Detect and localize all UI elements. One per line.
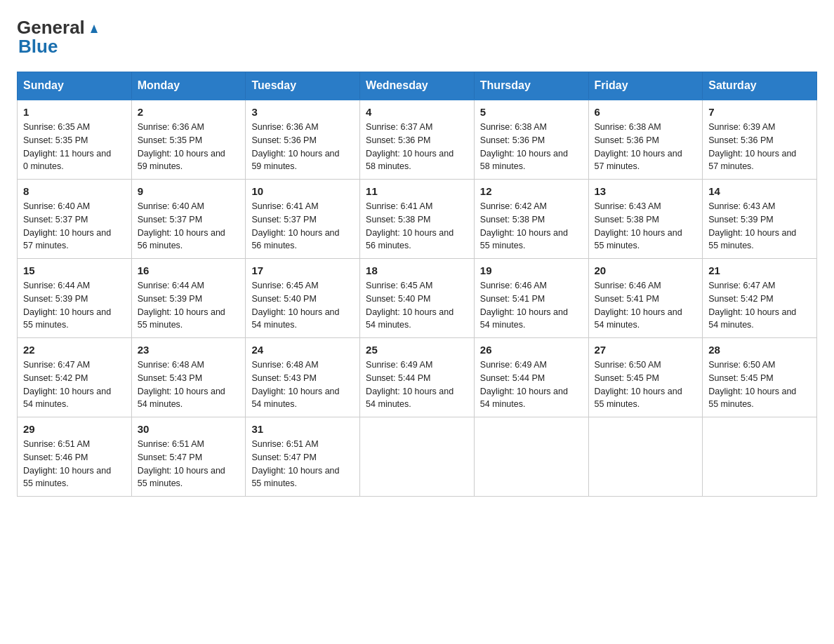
day-cell: 21 Sunrise: 6:47 AM Sunset: 5:42 PM Dayl… (703, 259, 817, 338)
day-cell: 16 Sunrise: 6:44 AM Sunset: 5:39 PM Dayl… (131, 259, 246, 338)
day-info: Sunrise: 6:45 AM Sunset: 5:40 PM Dayligh… (251, 279, 354, 332)
day-info: Sunrise: 6:47 AM Sunset: 5:42 PM Dayligh… (23, 358, 126, 411)
day-info: Sunrise: 6:50 AM Sunset: 5:45 PM Dayligh… (708, 358, 811, 411)
day-number: 12 (480, 185, 583, 197)
day-info: Sunrise: 6:44 AM Sunset: 5:39 PM Dayligh… (138, 279, 240, 332)
day-info: Sunrise: 6:37 AM Sunset: 5:36 PM Dayligh… (366, 121, 468, 173)
day-cell: 13 Sunrise: 6:43 AM Sunset: 5:38 PM Dayl… (588, 180, 703, 259)
day-cell: 7 Sunrise: 6:39 AM Sunset: 5:36 PM Dayli… (703, 100, 817, 180)
day-cell: 26 Sunrise: 6:49 AM Sunset: 5:44 PM Dayl… (474, 338, 588, 417)
day-cell: 23 Sunrise: 6:48 AM Sunset: 5:43 PM Dayl… (131, 338, 246, 417)
week-row-4: 22 Sunrise: 6:47 AM Sunset: 5:42 PM Dayl… (18, 338, 817, 417)
day-number: 5 (480, 106, 583, 118)
day-info: Sunrise: 6:42 AM Sunset: 5:38 PM Dayligh… (480, 200, 583, 253)
day-info: Sunrise: 6:51 AM Sunset: 5:47 PM Dayligh… (251, 438, 354, 490)
day-cell: 20 Sunrise: 6:46 AM Sunset: 5:41 PM Dayl… (588, 259, 703, 338)
day-info: Sunrise: 6:44 AM Sunset: 5:39 PM Dayligh… (23, 279, 126, 332)
day-number: 15 (23, 264, 126, 276)
svg-marker-0 (91, 25, 98, 33)
logo: General Blue (17, 17, 102, 58)
day-number: 22 (23, 344, 126, 356)
day-info: Sunrise: 6:36 AM Sunset: 5:35 PM Dayligh… (138, 121, 240, 173)
day-number: 1 (23, 106, 126, 118)
day-number: 25 (366, 344, 468, 356)
day-cell: 3 Sunrise: 6:36 AM Sunset: 5:36 PM Dayli… (246, 100, 360, 180)
header-tuesday: Tuesday (246, 72, 360, 100)
day-cell (474, 417, 588, 497)
day-cell: 6 Sunrise: 6:38 AM Sunset: 5:36 PM Dayli… (588, 100, 703, 180)
day-number: 21 (708, 264, 811, 276)
day-number: 28 (708, 344, 811, 356)
day-cell: 27 Sunrise: 6:50 AM Sunset: 5:45 PM Dayl… (588, 338, 703, 417)
day-info: Sunrise: 6:48 AM Sunset: 5:43 PM Dayligh… (251, 358, 354, 411)
header-thursday: Thursday (474, 72, 588, 100)
day-cell: 2 Sunrise: 6:36 AM Sunset: 5:35 PM Dayli… (131, 100, 246, 180)
day-info: Sunrise: 6:46 AM Sunset: 5:41 PM Dayligh… (480, 279, 583, 332)
day-cell: 29 Sunrise: 6:51 AM Sunset: 5:46 PM Dayl… (18, 417, 132, 497)
day-number: 20 (595, 264, 697, 276)
day-cell: 19 Sunrise: 6:46 AM Sunset: 5:41 PM Dayl… (474, 259, 588, 338)
day-info: Sunrise: 6:41 AM Sunset: 5:38 PM Dayligh… (366, 200, 468, 253)
day-number: 29 (23, 423, 126, 435)
weekday-header-row: SundayMondayTuesdayWednesdayThursdayFrid… (18, 72, 817, 100)
week-row-2: 8 Sunrise: 6:40 AM Sunset: 5:37 PM Dayli… (18, 180, 817, 259)
day-number: 8 (23, 185, 126, 197)
day-info: Sunrise: 6:51 AM Sunset: 5:46 PM Dayligh… (23, 438, 126, 490)
day-number: 23 (138, 344, 240, 356)
day-cell (703, 417, 817, 497)
day-cell: 25 Sunrise: 6:49 AM Sunset: 5:44 PM Dayl… (360, 338, 475, 417)
day-number: 14 (708, 185, 811, 197)
day-number: 18 (366, 264, 468, 276)
day-cell: 12 Sunrise: 6:42 AM Sunset: 5:38 PM Dayl… (474, 180, 588, 259)
day-cell: 15 Sunrise: 6:44 AM Sunset: 5:39 PM Dayl… (18, 259, 132, 338)
day-info: Sunrise: 6:46 AM Sunset: 5:41 PM Dayligh… (595, 279, 697, 332)
week-row-5: 29 Sunrise: 6:51 AM Sunset: 5:46 PM Dayl… (18, 417, 817, 497)
day-number: 26 (480, 344, 583, 356)
day-number: 7 (708, 106, 811, 118)
day-number: 30 (138, 423, 240, 435)
day-number: 13 (595, 185, 697, 197)
day-number: 16 (138, 264, 240, 276)
day-info: Sunrise: 6:40 AM Sunset: 5:37 PM Dayligh… (138, 200, 240, 253)
day-info: Sunrise: 6:47 AM Sunset: 5:42 PM Dayligh… (708, 279, 811, 332)
day-number: 6 (595, 106, 697, 118)
day-cell: 24 Sunrise: 6:48 AM Sunset: 5:43 PM Dayl… (246, 338, 360, 417)
day-info: Sunrise: 6:43 AM Sunset: 5:38 PM Dayligh… (595, 200, 697, 253)
day-cell: 28 Sunrise: 6:50 AM Sunset: 5:45 PM Dayl… (703, 338, 817, 417)
header-sunday: Sunday (18, 72, 132, 100)
day-info: Sunrise: 6:35 AM Sunset: 5:35 PM Dayligh… (23, 121, 126, 173)
day-cell: 17 Sunrise: 6:45 AM Sunset: 5:40 PM Dayl… (246, 259, 360, 338)
day-info: Sunrise: 6:48 AM Sunset: 5:43 PM Dayligh… (138, 358, 240, 411)
day-cell: 31 Sunrise: 6:51 AM Sunset: 5:47 PM Dayl… (246, 417, 360, 497)
day-number: 11 (366, 185, 468, 197)
day-info: Sunrise: 6:50 AM Sunset: 5:45 PM Dayligh… (595, 358, 697, 411)
day-info: Sunrise: 6:49 AM Sunset: 5:44 PM Dayligh… (366, 358, 468, 411)
day-info: Sunrise: 6:38 AM Sunset: 5:36 PM Dayligh… (595, 121, 697, 173)
day-cell (360, 417, 475, 497)
day-number: 24 (251, 344, 354, 356)
day-cell: 18 Sunrise: 6:45 AM Sunset: 5:40 PM Dayl… (360, 259, 475, 338)
header-monday: Monday (131, 72, 246, 100)
calendar-table: SundayMondayTuesdayWednesdayThursdayFrid… (17, 72, 817, 497)
logo-blue-text: Blue (18, 36, 58, 58)
day-number: 10 (251, 185, 354, 197)
page-header: General Blue (17, 17, 817, 58)
day-number: 17 (251, 264, 354, 276)
day-info: Sunrise: 6:51 AM Sunset: 5:47 PM Dayligh… (138, 438, 240, 490)
header-wednesday: Wednesday (360, 72, 475, 100)
day-cell: 1 Sunrise: 6:35 AM Sunset: 5:35 PM Dayli… (18, 100, 132, 180)
day-cell: 22 Sunrise: 6:47 AM Sunset: 5:42 PM Dayl… (18, 338, 132, 417)
day-cell: 10 Sunrise: 6:41 AM Sunset: 5:37 PM Dayl… (246, 180, 360, 259)
day-info: Sunrise: 6:39 AM Sunset: 5:36 PM Dayligh… (708, 121, 811, 173)
day-info: Sunrise: 6:41 AM Sunset: 5:37 PM Dayligh… (251, 200, 354, 253)
week-row-3: 15 Sunrise: 6:44 AM Sunset: 5:39 PM Dayl… (18, 259, 817, 338)
day-info: Sunrise: 6:36 AM Sunset: 5:36 PM Dayligh… (251, 121, 354, 173)
day-number: 4 (366, 106, 468, 118)
day-number: 19 (480, 264, 583, 276)
header-friday: Friday (588, 72, 703, 100)
day-info: Sunrise: 6:43 AM Sunset: 5:39 PM Dayligh… (708, 200, 811, 253)
day-cell: 30 Sunrise: 6:51 AM Sunset: 5:47 PM Dayl… (131, 417, 246, 497)
day-number: 27 (595, 344, 697, 356)
day-cell: 5 Sunrise: 6:38 AM Sunset: 5:36 PM Dayli… (474, 100, 588, 180)
day-cell: 11 Sunrise: 6:41 AM Sunset: 5:38 PM Dayl… (360, 180, 475, 259)
